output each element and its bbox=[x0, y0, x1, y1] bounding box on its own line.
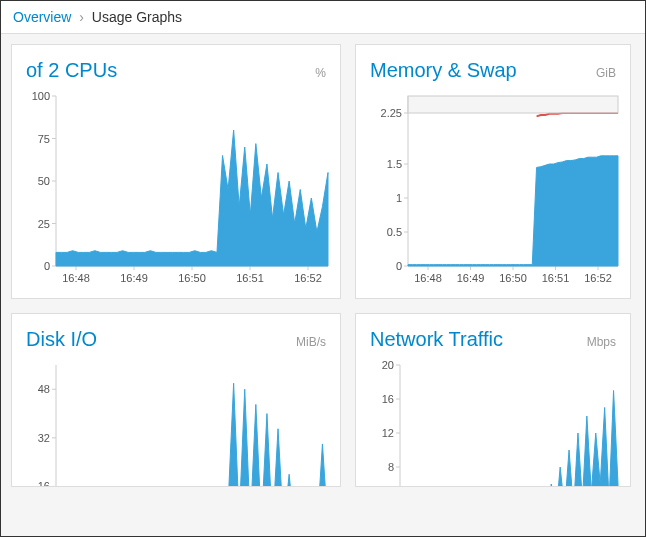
svg-text:100: 100 bbox=[32, 90, 50, 102]
svg-text:50: 50 bbox=[38, 175, 50, 187]
memory-title: Memory & Swap bbox=[370, 59, 517, 82]
svg-text:0.5: 0.5 bbox=[387, 226, 402, 238]
svg-text:12: 12 bbox=[382, 427, 394, 439]
network-chart[interactable]: 4812162016:4816:4916:5016:5116:52 bbox=[370, 359, 616, 487]
charts-grid: of 2 CPUs % 025507510016:4816:4916:5016:… bbox=[1, 34, 645, 497]
svg-text:16:49: 16:49 bbox=[120, 272, 148, 284]
svg-text:16: 16 bbox=[38, 480, 50, 487]
disk-unit: MiB/s bbox=[296, 335, 326, 349]
cpu-card: of 2 CPUs % 025507510016:4816:4916:5016:… bbox=[11, 44, 341, 299]
memory-chart[interactable]: 00.511.52.2516:4816:4916:5016:5116:52 bbox=[370, 90, 616, 290]
svg-text:32: 32 bbox=[38, 432, 50, 444]
svg-text:16:50: 16:50 bbox=[499, 272, 527, 284]
svg-text:8: 8 bbox=[388, 461, 394, 473]
disk-title: Disk I/O bbox=[26, 328, 97, 351]
svg-text:48: 48 bbox=[38, 383, 50, 395]
network-title: Network Traffic bbox=[370, 328, 503, 351]
disk-chart[interactable]: 16324816:4816:4916:5016:5116:52 bbox=[26, 359, 326, 487]
svg-text:75: 75 bbox=[38, 133, 50, 145]
svg-text:16:51: 16:51 bbox=[542, 272, 570, 284]
svg-text:16:48: 16:48 bbox=[414, 272, 442, 284]
breadcrumb-overview-link[interactable]: Overview bbox=[13, 9, 71, 25]
cpu-title: of 2 CPUs bbox=[26, 59, 117, 82]
memory-card: Memory & Swap GiB 00.511.52.2516:4816:49… bbox=[355, 44, 631, 299]
memory-unit: GiB bbox=[596, 66, 616, 80]
disk-card: Disk I/O MiB/s 16324816:4816:4916:5016:5… bbox=[11, 313, 341, 487]
svg-text:16:48: 16:48 bbox=[62, 272, 90, 284]
svg-text:1: 1 bbox=[396, 192, 402, 204]
svg-rect-44 bbox=[408, 96, 618, 113]
svg-text:0: 0 bbox=[396, 260, 402, 272]
svg-text:16:52: 16:52 bbox=[294, 272, 322, 284]
network-unit: Mbps bbox=[587, 335, 616, 349]
svg-text:16:50: 16:50 bbox=[178, 272, 206, 284]
svg-text:16: 16 bbox=[382, 393, 394, 405]
network-card: Network Traffic Mbps 4812162016:4816:491… bbox=[355, 313, 631, 487]
svg-text:2.25: 2.25 bbox=[381, 107, 402, 119]
cpu-unit: % bbox=[315, 66, 326, 80]
svg-text:1.5: 1.5 bbox=[387, 158, 402, 170]
breadcrumb-current: Usage Graphs bbox=[92, 9, 182, 25]
svg-text:16:49: 16:49 bbox=[457, 272, 485, 284]
breadcrumb: Overview › Usage Graphs bbox=[1, 1, 645, 34]
cpu-chart[interactable]: 025507510016:4816:4916:5016:5116:52 bbox=[26, 90, 326, 290]
svg-text:16:51: 16:51 bbox=[236, 272, 264, 284]
svg-text:16:52: 16:52 bbox=[584, 272, 612, 284]
svg-text:25: 25 bbox=[38, 218, 50, 230]
svg-text:20: 20 bbox=[382, 359, 394, 371]
svg-text:0: 0 bbox=[44, 260, 50, 272]
chevron-right-icon: › bbox=[79, 9, 84, 25]
